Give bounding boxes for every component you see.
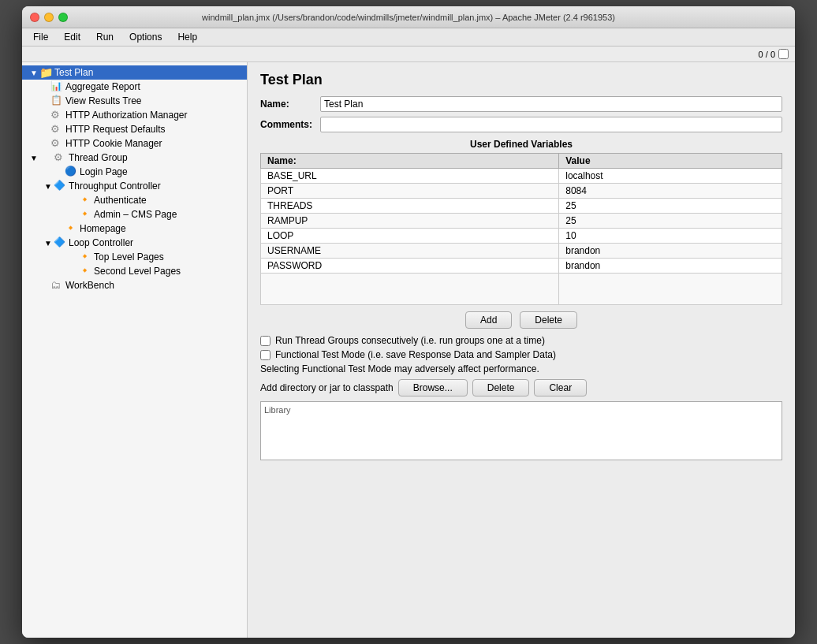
login-page-icon: 🔵 [65, 166, 77, 178]
delete-button[interactable]: Delete [520, 311, 577, 329]
sidebar-item-workbench[interactable]: 🗂 WorkBench [22, 278, 247, 292]
second-level-icon: 🔸 [79, 265, 91, 277]
menu-edit[interactable]: Edit [58, 30, 87, 44]
tree-label-top-level: Top Level Pages [94, 251, 164, 262]
maximize-button[interactable] [58, 13, 68, 22]
var-name: LOOP [261, 229, 559, 244]
toggle-loop[interactable]: ▼ [43, 239, 54, 248]
sidebar-item-second-level[interactable]: 🔸 Second Level Pages [22, 264, 247, 278]
throughput-icon: 🔷 [54, 180, 66, 192]
functional-mode-note: Selecting Functional Test Mode may adver… [260, 363, 782, 374]
var-value: brandon [559, 259, 782, 274]
counter-bar: 0 / 0 [22, 47, 795, 62]
table-buttons: Add Delete [260, 311, 782, 329]
content-area: Test Plan Name: Comments: User Defined V… [248, 62, 795, 638]
library-label: Library [264, 405, 778, 415]
var-value: localhost [559, 169, 782, 184]
test-plan-panel: Test Plan Name: Comments: User Defined V… [248, 62, 795, 638]
close-button[interactable] [30, 13, 39, 22]
classpath-row: Add directory or jar to classpath Browse… [260, 379, 782, 396]
toggle-test-plan[interactable]: ▼ [28, 69, 39, 77]
menu-file[interactable]: File [27, 30, 54, 44]
variables-table: Name: Value BASE_URLlocalhostPORT8084THR… [260, 153, 782, 305]
library-box: Library [260, 401, 782, 460]
tree-label-view-results: View Results Tree [65, 95, 142, 106]
var-value: 25 [559, 214, 782, 229]
col-header-name: Name: [261, 154, 559, 169]
minimize-button[interactable] [44, 13, 54, 22]
toggle-thread-group[interactable]: ▼ [28, 154, 39, 162]
var-value: 10 [559, 229, 782, 244]
sidebar-item-loop-controller[interactable]: ▼ 🔷 Loop Controller [22, 236, 247, 250]
sidebar-item-http-auth[interactable]: ⚙ HTTP Authorization Manager [22, 108, 247, 122]
http-defaults-icon: ⚙ [50, 123, 63, 136]
toggle-throughput[interactable]: ▼ [43, 182, 54, 191]
sidebar: ▼ 📁 Test Plan 📊 Aggregate Report 📋 View … [22, 62, 248, 638]
tree-label-login-page: Login Page [80, 166, 128, 177]
table-row[interactable]: LOOP10 [261, 229, 782, 244]
loop-controller-icon: 🔷 [54, 236, 66, 249]
add-button[interactable]: Add [465, 311, 512, 329]
sidebar-item-throughput-controller[interactable]: ▼ 🔷 Throughput Controller [22, 179, 247, 193]
table-row[interactable]: USERNAMEbrandon [261, 244, 782, 259]
sidebar-item-authenticate[interactable]: 🔸 Authenticate [22, 193, 247, 207]
traffic-lights [30, 13, 68, 22]
variables-section-title: User Defined Variables [260, 139, 782, 150]
sidebar-item-login-page[interactable]: 🔵 Login Page [22, 165, 247, 179]
name-row: Name: [260, 96, 782, 112]
sidebar-item-thread-group[interactable]: ▼ ⚙ Thread Group [22, 151, 247, 165]
table-row[interactable]: PORT8084 [261, 184, 782, 199]
name-input[interactable] [320, 96, 782, 112]
sidebar-item-homepage[interactable]: 🔸 Homepage [22, 221, 247, 236]
tree-label-admin-cms: Admin – CMS Page [94, 209, 177, 220]
tree-label-http-auth: HTTP Authorization Manager [65, 110, 188, 121]
main-container: ▼ 📁 Test Plan 📊 Aggregate Report 📋 View … [22, 62, 795, 638]
tree-label-http-defaults: HTTP Request Defaults [65, 124, 166, 135]
var-name: PASSWORD [261, 259, 559, 274]
checkbox-row-1: Run Thread Groups consecutively (i.e. ru… [260, 335, 782, 346]
results-tree-icon: 📋 [50, 95, 63, 107]
sidebar-item-http-defaults[interactable]: ⚙ HTTP Request Defaults [22, 122, 247, 136]
var-value: brandon [559, 244, 782, 259]
sidebar-item-test-plan[interactable]: ▼ 📁 Test Plan [22, 65, 247, 80]
sidebar-item-aggregate-report[interactable]: 📊 Aggregate Report [22, 80, 247, 94]
sidebar-item-cookie-manager[interactable]: ⚙ HTTP Cookie Manager [22, 136, 247, 151]
tree-label-workbench: WorkBench [65, 280, 114, 291]
var-name: THREADS [261, 199, 559, 214]
cookie-manager-icon: ⚙ [50, 137, 63, 150]
sidebar-item-view-results[interactable]: 📋 View Results Tree [22, 94, 247, 108]
main-window: windmill_plan.jmx (/Users/brandon/code/w… [22, 6, 795, 638]
tree-label-test-plan: Test Plan [54, 67, 93, 78]
tree-label-thread-group: Thread Group [69, 152, 128, 163]
run-consecutively-checkbox[interactable] [260, 336, 270, 346]
table-row[interactable]: PASSWORDbrandon [261, 259, 782, 274]
tree-label-loop-controller: Loop Controller [69, 237, 133, 248]
workbench-icon: 🗂 [50, 279, 63, 292]
delete2-button[interactable]: Delete [472, 379, 530, 396]
top-level-icon: 🔸 [79, 251, 91, 263]
sidebar-item-admin-cms[interactable]: 🔸 Admin – CMS Page [22, 207, 247, 221]
sidebar-item-top-level[interactable]: 🔸 Top Level Pages [22, 250, 247, 264]
counter-checkbox[interactable] [778, 49, 789, 59]
admin-cms-icon: 🔸 [79, 208, 91, 221]
col-header-value: Value [559, 154, 782, 169]
menu-help[interactable]: Help [171, 30, 203, 44]
var-value: 8084 [559, 184, 782, 199]
clear-button[interactable]: Clear [534, 379, 587, 396]
table-row[interactable]: RAMPUP25 [261, 214, 782, 229]
counter-display: 0 / 0 [759, 50, 775, 59]
tree-label-aggregate: Aggregate Report [65, 81, 140, 92]
classpath-label: Add directory or jar to classpath [260, 382, 394, 393]
browse-button[interactable]: Browse... [398, 379, 468, 396]
comments-row: Comments: [260, 117, 782, 132]
title-bar: windmill_plan.jmx (/Users/brandon/code/w… [22, 6, 795, 28]
menu-options[interactable]: Options [123, 30, 168, 44]
run-consecutively-label: Run Thread Groups consecutively (i.e. ru… [275, 335, 545, 346]
table-row[interactable]: THREADS25 [261, 199, 782, 214]
var-value: 25 [559, 199, 782, 214]
comments-input[interactable] [320, 117, 782, 132]
table-row[interactable]: BASE_URLlocalhost [261, 169, 782, 184]
functional-mode-checkbox[interactable] [260, 350, 270, 360]
folder-icon: 📁 [39, 66, 52, 79]
menu-run[interactable]: Run [90, 30, 120, 44]
